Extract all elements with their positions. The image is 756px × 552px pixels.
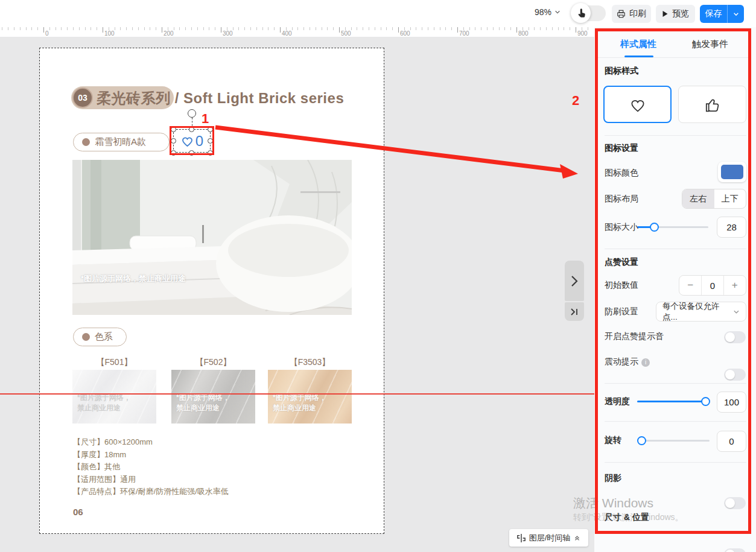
printer-icon bbox=[617, 10, 626, 18]
active-tab-underline bbox=[624, 56, 653, 57]
antispam-dropdown[interactable]: 每个设备仅允许点... bbox=[656, 302, 746, 322]
next-page-button[interactable] bbox=[565, 261, 584, 301]
image-watermark: *图片源于网络，禁止商业用途 bbox=[81, 273, 186, 284]
spec-line: 【产品特点】环保/耐磨/防滑性能强/吸水率低 bbox=[73, 486, 229, 498]
design-page[interactable]: 03 柔光砖系列 / Soft Light Brick series 霜雪初晴A… bbox=[39, 48, 384, 534]
opacity-slider[interactable] bbox=[637, 401, 710, 402]
spec-line: 【尺寸】600×1200mm bbox=[73, 436, 229, 449]
initial-value[interactable]: 0 bbox=[701, 276, 723, 295]
divider bbox=[605, 421, 746, 422]
bullet-dot-icon bbox=[82, 333, 90, 341]
swatch-watermark: *图片源于网络，禁止商业用途 bbox=[273, 393, 326, 413]
antispam-value: 每个设备仅允许点... bbox=[662, 301, 733, 323]
icon-color-picker[interactable] bbox=[718, 162, 746, 182]
vibrate-toggle[interactable] bbox=[724, 369, 746, 381]
swatch-image-f3503[interactable]: *图片源于网络，禁止商业用途 bbox=[268, 370, 352, 424]
spec-line: 【厚度】18mm bbox=[73, 449, 229, 462]
icon-option-heart[interactable] bbox=[603, 86, 672, 123]
layers-timeline-button[interactable]: 图层/时间轴 bbox=[509, 529, 588, 547]
preview-label: 预览 bbox=[672, 8, 689, 19]
chevron-down-icon bbox=[554, 10, 561, 14]
windows-activation-watermark: 激活 Windows bbox=[573, 495, 653, 512]
canvas-area[interactable]: 03 柔光砖系列 / Soft Light Brick series 霜雪初晴A… bbox=[0, 37, 594, 552]
print-button[interactable]: 印刷 bbox=[612, 5, 651, 23]
spec-line: 【颜色】其他 bbox=[73, 461, 229, 474]
tab-trigger-events[interactable]: 触发事件 bbox=[686, 39, 734, 50]
layers-timeline-label: 图层/时间轴 bbox=[529, 533, 571, 544]
info-icon[interactable]: i bbox=[641, 358, 650, 367]
color-section-label: 色系 bbox=[95, 331, 113, 343]
divider bbox=[605, 383, 746, 384]
swatch-watermark: *图片源于网络，禁止商业用途 bbox=[77, 393, 131, 413]
like-sound-toggle[interactable] bbox=[724, 331, 746, 343]
page-nav-stack bbox=[565, 261, 584, 321]
annotation-step-1: 1 bbox=[202, 111, 209, 127]
initial-value-label: 初始数值 bbox=[605, 280, 638, 291]
swatch-label: 【F3503】 bbox=[268, 357, 352, 368]
icon-size-slider[interactable] bbox=[637, 226, 708, 228]
icon-color-value bbox=[721, 165, 743, 179]
icon-color-label: 图标颜色 bbox=[605, 168, 638, 179]
skip-to-end-icon bbox=[570, 308, 579, 316]
spec-line: 【适用范围】通用 bbox=[73, 474, 229, 486]
divider bbox=[605, 462, 746, 463]
tab-style-properties[interactable]: 样式属性 bbox=[614, 39, 662, 50]
size-position-toggle[interactable] bbox=[724, 548, 746, 552]
icon-layout-segmented: 左右 上下 bbox=[682, 189, 746, 209]
increment-button[interactable]: + bbox=[724, 276, 746, 295]
icon-size-input[interactable]: 28 bbox=[717, 217, 746, 238]
zoom-level-control[interactable]: 98% bbox=[535, 7, 561, 17]
layout-option-vertical[interactable]: 上下 bbox=[714, 189, 746, 208]
rotate-label: 旋转 bbox=[605, 435, 621, 446]
toggle-knob bbox=[725, 332, 735, 342]
divider bbox=[605, 135, 746, 136]
icon-settings-section-label: 图标设置 bbox=[605, 143, 638, 154]
save-dropdown-button[interactable] bbox=[727, 5, 744, 23]
toggle-knob bbox=[725, 550, 735, 552]
swatch-label: 【F501】 bbox=[72, 357, 156, 368]
layout-option-horizontal[interactable]: 左右 bbox=[682, 189, 714, 208]
opacity-input[interactable]: 100 bbox=[717, 392, 746, 413]
annotation-box-widget bbox=[170, 126, 214, 155]
shadow-label: 阴影 bbox=[605, 473, 621, 484]
annotation-step-2: 2 bbox=[572, 93, 579, 109]
page-number: 06 bbox=[73, 507, 83, 517]
icon-option-thumbs-up[interactable] bbox=[678, 86, 746, 123]
rotate-slider-knob[interactable] bbox=[637, 436, 646, 445]
decrement-button[interactable]: − bbox=[679, 276, 701, 295]
play-icon bbox=[662, 10, 669, 17]
preview-button[interactable]: 预览 bbox=[656, 5, 695, 23]
toggle-knob bbox=[725, 370, 735, 379]
icon-layout-label: 图标布局 bbox=[605, 194, 638, 205]
product-tag-pill[interactable]: 霜雪初晴A款 bbox=[73, 133, 170, 151]
last-page-button[interactable] bbox=[565, 302, 584, 321]
swatch-image-f501[interactable]: *图片源于网络，禁止商业用途 bbox=[72, 370, 156, 424]
rotate-slider[interactable] bbox=[637, 440, 710, 442]
size-position-label: 尺寸 & 位置 bbox=[605, 512, 649, 523]
ruler: 0100200300400500600700800900 bbox=[0, 27, 594, 37]
opacity-slider-knob[interactable] bbox=[701, 397, 710, 406]
bathroom-product-image[interactable]: *图片源于网络，禁止商业用途 bbox=[72, 160, 352, 315]
icon-style-section-label: 图标样式 bbox=[605, 66, 638, 77]
rotate-input[interactable]: 0 bbox=[717, 431, 746, 452]
print-label: 印刷 bbox=[629, 8, 646, 19]
zoom-level-value: 98% bbox=[535, 7, 551, 17]
like-sound-label: 开启点赞提示音 bbox=[605, 331, 664, 342]
rotate-handle[interactable] bbox=[188, 109, 196, 118]
vibrate-label: 震动提示i bbox=[605, 357, 650, 367]
save-button[interactable]: 保存 bbox=[700, 5, 727, 23]
shadow-toggle[interactable] bbox=[724, 497, 746, 509]
antispam-label: 防刷设置 bbox=[605, 306, 638, 317]
opacity-slider-fill bbox=[637, 401, 710, 402]
page-title[interactable]: 柔光砖系列 / Soft Light Brick series bbox=[97, 89, 344, 108]
hand-mode-knob[interactable] bbox=[571, 3, 591, 23]
chevron-right-icon bbox=[571, 275, 578, 287]
swatch-watermark: *图片源于网络，禁止商业用途 bbox=[176, 393, 230, 413]
swatch-image-f502[interactable]: *图片源于网络，禁止商业用途 bbox=[171, 370, 255, 424]
swatch-label: 【F502】 bbox=[171, 357, 255, 368]
icon-size-slider-knob[interactable] bbox=[650, 223, 659, 232]
color-section-pill[interactable]: 色系 bbox=[73, 328, 127, 346]
save-split-button[interactable]: 保存 bbox=[700, 5, 744, 23]
thumbs-up-icon bbox=[704, 97, 721, 113]
red-guideline bbox=[0, 393, 594, 395]
